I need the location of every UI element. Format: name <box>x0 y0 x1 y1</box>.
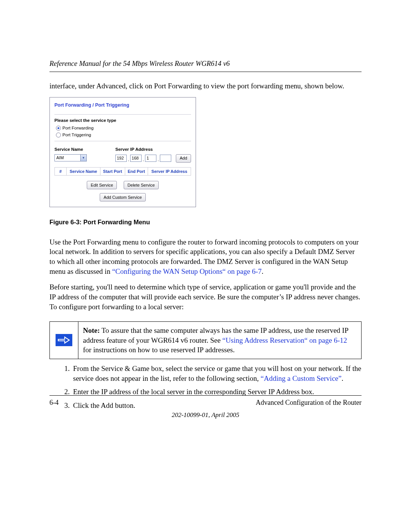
footer-docnum: 202-10099-01, April 2005 <box>49 411 362 420</box>
figure-caption: Figure 6-3: Port Forwarding Menu <box>49 218 362 226</box>
header-rule <box>49 72 362 72</box>
col-index: # <box>55 167 67 176</box>
page-number: 6-4 <box>49 398 59 407</box>
radio-port-forwarding-label: Port Forwarding <box>62 125 94 131</box>
add-custom-service-button[interactable]: Add Custom Service <box>100 193 145 201</box>
ip-octet-4[interactable] <box>160 155 171 162</box>
forwarding-table: # Service Name Start Port End Port Serve… <box>54 167 191 176</box>
radio-port-forwarding[interactable] <box>56 126 61 131</box>
paragraph-2: Use the Port Forwarding menu to configur… <box>49 237 362 276</box>
ip-octet-2[interactable]: 168 <box>130 155 142 162</box>
ip-octet-3[interactable]: 1 <box>145 155 156 162</box>
edit-service-button[interactable]: Edit Service <box>87 181 117 189</box>
step-1: From the Service & Game box, select the … <box>72 364 362 383</box>
chevron-down-icon: ▾ <box>80 155 86 161</box>
note-text: Note: To assure that the same computer a… <box>78 322 362 359</box>
footer-section: Advanced Configuration of the Router <box>256 398 362 407</box>
col-end-port: End Port <box>125 167 148 176</box>
service-name-select[interactable]: AIM ▾ <box>54 154 87 161</box>
wan-setup-link[interactable]: “Configuring the WAN Setup Options“ on p… <box>112 267 262 275</box>
service-name-value: AIM <box>56 155 64 161</box>
service-type-label: Please select the service type <box>54 118 191 124</box>
page-header-title: Reference Manual for the 54 Mbps Wireles… <box>49 59 362 69</box>
router-ui-screenshot: Port Forwarding / Port Triggering Please… <box>49 97 196 208</box>
radio-port-triggering[interactable] <box>56 133 61 137</box>
address-reservation-link[interactable]: “Using Address Reservation“ on page 6-12 <box>222 336 347 344</box>
col-start-port: Start Port <box>100 167 125 176</box>
note-arrow-icon <box>56 334 72 346</box>
service-name-label: Service Name <box>54 147 115 153</box>
server-ip-label: Server IP Address <box>115 147 191 153</box>
radio-port-triggering-label: Port Triggering <box>62 132 91 138</box>
col-service-name: Service Name <box>67 167 100 176</box>
intro-paragraph: interface, under Advanced, click on Port… <box>49 81 362 91</box>
add-button[interactable]: Add <box>176 154 191 163</box>
ip-octet-1[interactable]: 192 <box>115 155 127 162</box>
panel-title: Port Forwarding / Port Triggering <box>54 101 191 112</box>
delete-service-button[interactable]: Delete Service <box>124 181 159 189</box>
paragraph-3: Before starting, you'll need to determin… <box>49 282 362 312</box>
custom-service-link[interactable]: “Adding a Custom Service” <box>261 374 342 382</box>
footer-rule <box>49 395 362 396</box>
note-box: Note: To assure that the same computer a… <box>49 321 362 359</box>
col-server-ip: Server IP Address <box>148 167 191 176</box>
